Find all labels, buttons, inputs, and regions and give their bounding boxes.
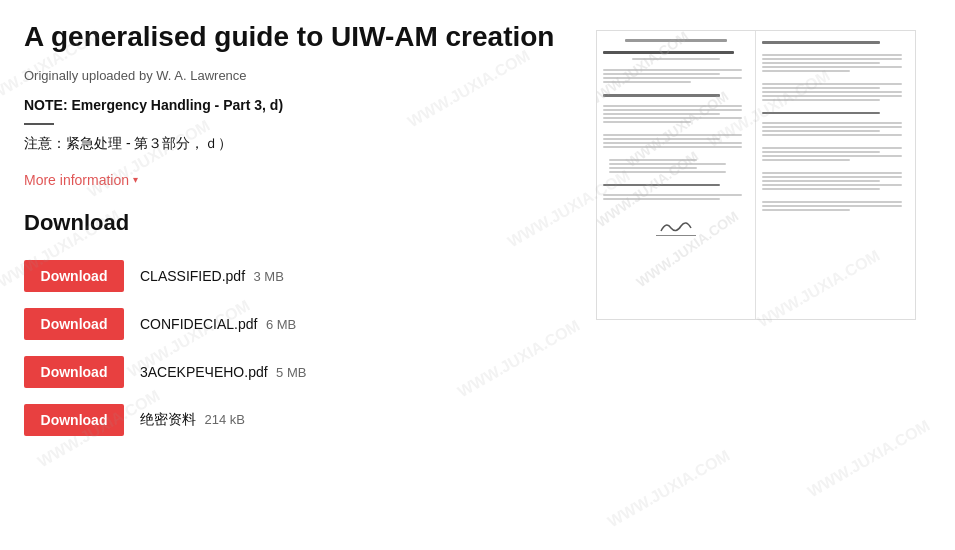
more-information-label: More information [24,172,129,188]
chinese-note: 注意：紧急处理 - 第３部分，ｄ） [24,135,561,153]
chevron-down-icon: ▾ [133,174,138,185]
download-button-3[interactable]: Download [24,356,124,388]
file-name-3: 3ACEKPEЧEHO.pdf 5 MB [140,363,306,381]
document-preview: WWW.JUXIA.COM WWW.JUXIA.COM WWW.JUXIA.CO… [596,30,916,320]
download-button-4[interactable]: Download [24,404,124,436]
file-name-1: CLASSIFIED.pdf 3 MB [140,267,284,285]
left-content: A generalised guide to UIW-AM creation O… [24,20,581,530]
doc-page-left [597,31,756,320]
file-name-4: 绝密资料 214 kB [140,410,245,429]
uploaded-by: Originally uploaded by W. A. Lawrence [24,68,561,83]
page-title: A generalised guide to UIW-AM creation [24,20,561,54]
download-list: Download CLASSIFIED.pdf 3 MB Download CO… [24,252,561,444]
divider [24,123,54,125]
note-text: NOTE: Emergency Handling - Part 3, d) [24,97,561,113]
document-preview-panel: WWW.JUXIA.COM WWW.JUXIA.COM WWW.JUXIA.CO… [581,20,931,530]
download-button-2[interactable]: Download [24,308,124,340]
download-item: Download CLASSIFIED.pdf 3 MB [24,252,561,300]
doc-page-right [756,31,915,320]
download-item: Download 3ACEKPEЧEHO.pdf 5 MB [24,348,561,396]
download-button-1[interactable]: Download [24,260,124,292]
file-name-2: CONFIDECIAL.pdf 6 MB [140,315,296,333]
download-item: Download 绝密资料 214 kB [24,396,561,444]
download-section-title: Download [24,210,561,236]
more-information-button[interactable]: More information ▾ [24,172,138,188]
download-item: Download CONFIDECIAL.pdf 6 MB [24,300,561,348]
